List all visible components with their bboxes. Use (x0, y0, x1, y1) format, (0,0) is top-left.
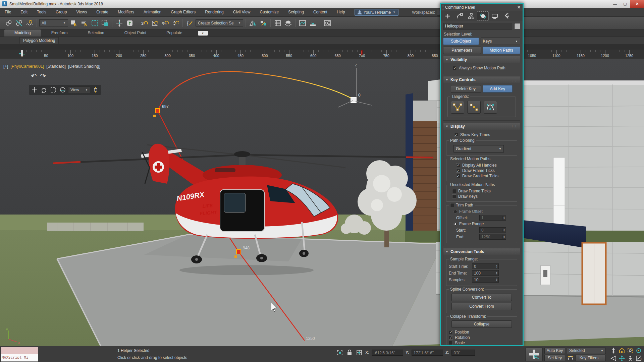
menu-rendering[interactable]: Rendering (200, 8, 228, 16)
select-and-move-icon[interactable] (115, 18, 124, 28)
unlink-selection-icon[interactable] (14, 18, 24, 28)
draw-gradient-ticks-checkbox[interactable]: ✓Draw Gradient Ticks (456, 174, 515, 178)
use-pivot-center-icon[interactable] (92, 86, 100, 94)
rollout-header-conversion-tools[interactable]: ▼ Conversion Tools⋮⋮ (443, 248, 520, 255)
object-color-swatch[interactable] (514, 23, 520, 29)
tangent-step-icon[interactable] (467, 101, 481, 114)
select-and-manipulate-icon[interactable] (59, 86, 67, 94)
convert-from-button[interactable]: Convert From (451, 303, 512, 310)
end-time-spinner[interactable]: 100 ▲▼ (472, 270, 499, 276)
viewport-menu-plus[interactable]: [+] (3, 64, 8, 69)
menu-content[interactable]: Content (309, 8, 332, 16)
field-of-view-icon[interactable] (609, 355, 618, 362)
default-tangent-icon[interactable] (567, 355, 574, 361)
menu-group[interactable]: Group (51, 8, 71, 16)
menu-views[interactable]: Views (71, 8, 92, 16)
user-account-menu[interactable]: YourUserName ▼ (355, 9, 399, 16)
window-crossing-toggle-icon[interactable] (100, 18, 110, 28)
ribbon-tab-freeform[interactable]: Freeform (41, 29, 78, 37)
bind-to-space-warp-icon[interactable] (25, 18, 34, 28)
time-slider-handle[interactable] (21, 50, 23, 56)
angle-snap-toggle-icon[interactable] (150, 18, 159, 28)
menu-scripting[interactable]: Scripting (283, 8, 309, 16)
viewport-shading-label[interactable]: [Default Shading] (68, 64, 100, 69)
rollout-header-visibility[interactable]: ▼ Visibility⋮⋮ (443, 56, 520, 63)
collapse-scale-checkbox[interactable]: Scale (449, 341, 515, 345)
command-panel-header[interactable]: Command Panel ✕ (441, 4, 523, 11)
mirror-icon[interactable] (248, 18, 258, 28)
isolate-selection-icon[interactable] (336, 349, 343, 356)
convert-to-button[interactable]: Convert To (451, 294, 512, 301)
maxscript-mini-listener[interactable]: MAXScript Mi (1, 347, 38, 362)
rollout-header-key-controls[interactable]: ▼ Key Controls⋮⋮ (443, 76, 520, 83)
panel-drag-grip[interactable] (441, 5, 443, 10)
selection-lock-icon[interactable] (346, 349, 353, 356)
start-time-spinner[interactable]: 0 ▲▼ (472, 263, 499, 269)
trim-end-spinner[interactable]: 1250 ▲▼ (479, 234, 506, 240)
ribbon-panel-polygon-modeling[interactable]: Polygon Modeling (19, 37, 59, 44)
absolute-mode-icon[interactable] (356, 349, 363, 356)
menu-file[interactable]: File (0, 8, 16, 16)
menu-create[interactable]: Create (92, 8, 113, 16)
maxscript-macro-row[interactable] (1, 347, 38, 354)
collapse-position-checkbox[interactable]: ✓Position (449, 330, 515, 335)
sub-object-button[interactable]: Sub-Object (443, 38, 479, 45)
tangent-auto-icon[interactable]: A (484, 101, 497, 114)
redo-icon[interactable]: ↷ (40, 72, 46, 80)
select-and-move-icon[interactable] (31, 86, 39, 94)
trim-path-checkbox[interactable] (450, 203, 454, 207)
viewport[interactable]: N109RX LIFE FLIGHT 697 948 1250 0 Z y x (0, 59, 644, 346)
percent-snap-toggle-icon[interactable]: % (160, 18, 170, 28)
always-show-motion-path-checkbox[interactable]: ✓Always Show Motion Path (453, 66, 517, 70)
select-object-icon[interactable] (69, 18, 78, 28)
show-key-times-checkbox[interactable]: ✓Show Key Times (454, 132, 517, 137)
viewport-camera-label[interactable]: [PhysCamera001] (10, 64, 44, 69)
menu-civil-view[interactable]: Civil View (228, 8, 255, 16)
named-selection-sets-dropdown[interactable]: Create Selection Se ▼ (196, 19, 243, 26)
pan-icon[interactable] (618, 355, 626, 362)
ribbon-tab-modeling[interactable]: Modeling (4, 29, 41, 37)
tab-motion-icon[interactable] (477, 12, 488, 20)
align-icon[interactable] (259, 18, 268, 28)
parameters-button[interactable]: Parameters (443, 47, 481, 54)
layer-explorer-icon[interactable] (283, 18, 293, 28)
set-key-button[interactable]: Set Key (544, 355, 565, 361)
rectangular-selection-region-icon[interactable] (90, 18, 99, 28)
close-icon[interactable]: ✕ (517, 5, 521, 10)
edit-named-selection-sets-icon[interactable]: { (185, 18, 195, 28)
reference-coordinate-dropdown[interactable]: View ▼ (68, 86, 90, 93)
select-by-name-icon[interactable] (79, 18, 89, 28)
y-coordinate-field[interactable]: 172'1 6/16" (412, 350, 443, 356)
ribbon-tab-object-paint[interactable]: Object Paint (114, 29, 156, 37)
collapse-button[interactable]: Collapse (451, 320, 512, 328)
maximize-button[interactable]: ▢ (620, 0, 630, 8)
timeline-key-marker[interactable] (361, 50, 363, 55)
selection-filter-dropdown[interactable]: All ▼ (39, 19, 68, 26)
tab-display-icon[interactable] (489, 12, 500, 20)
draw-frame-ticks-checkbox[interactable]: ✓Draw Frame Ticks (456, 168, 515, 173)
viewport-standard-label[interactable]: [Standard] (46, 64, 66, 69)
menu-animation[interactable]: Animation (139, 8, 166, 16)
set-keys-button[interactable] (525, 347, 543, 361)
zoom-extents-all-icon[interactable] (618, 347, 626, 354)
ribbon-tab-selection[interactable]: Selection (77, 29, 114, 37)
zoom-icon[interactable] (609, 347, 618, 354)
time-ruler[interactable]: 0501001502002503003504004505005506006507… (0, 50, 644, 59)
offset-spinner[interactable]: 1 ▲▼ (479, 215, 506, 221)
samples-spinner[interactable]: 10 ▲▼ (472, 277, 499, 283)
tangent-linear-icon[interactable] (451, 101, 464, 114)
z-coordinate-field[interactable]: 0'0" (451, 350, 475, 356)
object-name-field[interactable] (443, 23, 512, 29)
trim-start-spinner[interactable]: 0 ▲▼ (479, 227, 506, 233)
schematic-view-icon[interactable] (308, 18, 318, 28)
x-coordinate-field[interactable]: -612'6 3/16" (372, 350, 403, 356)
menu-edit[interactable]: Edit (16, 8, 32, 16)
key-filters-button[interactable]: Key Filters... (576, 355, 606, 361)
minimize-button[interactable]: — (610, 0, 620, 8)
tab-hierarchy-icon[interactable] (466, 12, 477, 20)
select-and-rotate-icon[interactable] (40, 86, 48, 94)
motion-paths-button[interactable]: Motion Paths (483, 47, 521, 54)
curve-editor-icon[interactable] (298, 18, 307, 28)
select-and-place-icon[interactable] (125, 18, 135, 28)
render-setup-icon[interactable] (323, 18, 332, 28)
